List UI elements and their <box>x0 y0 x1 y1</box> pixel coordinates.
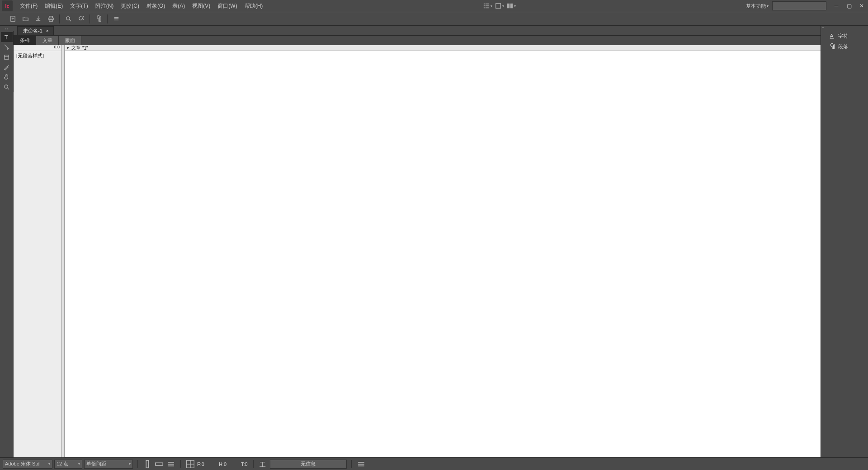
svg-rect-1 <box>486 4 489 5</box>
tracking-icon[interactable]: 工 <box>258 459 268 469</box>
story-header[interactable]: ▼ 文章 "1" <box>65 45 868 51</box>
workspace-selector[interactable]: 基本功能▾ <box>746 3 769 9</box>
menu-file[interactable]: 文件(F) <box>16 0 41 12</box>
font-size: 12 点 <box>57 461 68 467</box>
svg-text:T: T <box>5 34 8 41</box>
svg-point-24 <box>5 85 8 88</box>
info-text: 无信息 <box>301 461 316 467</box>
svg-line-25 <box>7 88 9 89</box>
panel-character-label: 字符 <box>838 33 848 39</box>
story-id: "1" <box>82 46 88 51</box>
print-icon[interactable] <box>45 13 57 25</box>
story-collapse-icon[interactable]: ▼ <box>66 46 70 50</box>
svg-rect-6 <box>495 4 500 9</box>
document-tab[interactable]: 未命名-1 × <box>17 26 54 35</box>
menu-more-icon[interactable] <box>110 13 122 25</box>
toolbar <box>0 12 868 26</box>
horizontal-text-icon[interactable] <box>154 459 164 469</box>
svg-rect-0 <box>484 4 486 5</box>
styles-panel: 0.0 [无段落样式] <box>14 45 62 457</box>
svg-rect-14 <box>49 19 52 21</box>
screen-mode-icon[interactable]: ▾ <box>494 0 505 11</box>
svg-rect-28 <box>146 460 149 468</box>
menu-edit[interactable]: 编辑(E) <box>41 0 66 12</box>
tab-close-icon[interactable]: × <box>46 28 49 33</box>
svg-text:A: A <box>830 33 834 38</box>
eyedropper-tool-icon[interactable] <box>1 62 13 72</box>
align-icon[interactable] <box>166 459 176 469</box>
paragraph-panel-icon <box>829 43 835 50</box>
status-bar: Adobe 宋体 Std▾ 12 点▾ 单倍间距▾ F:0 H:0 T:0 工 … <box>0 457 868 470</box>
panel-character[interactable]: A 字符 <box>826 30 868 41</box>
document-area: 未命名-1 × 条样 文章 版面 0.0 [无段落样式] ▼ 文章 "1" <box>14 26 868 457</box>
right-panel-handle[interactable]: •• <box>821 26 826 457</box>
svg-point-15 <box>66 17 70 20</box>
find-icon[interactable] <box>62 13 74 25</box>
document-tab-title: 未命名-1 <box>23 28 42 34</box>
character-icon: A <box>829 33 835 39</box>
leading-value: 单倍间距 <box>86 461 106 467</box>
svg-rect-7 <box>507 4 509 9</box>
h-value: H:0 <box>219 461 226 467</box>
open-file-icon[interactable] <box>19 13 31 25</box>
svg-text:工: 工 <box>259 461 265 468</box>
style-item-no-paragraph[interactable]: [无段落样式] <box>14 51 61 61</box>
search-input[interactable] <box>772 1 826 10</box>
view-options-icon[interactable]: ▾ <box>482 0 493 11</box>
arrange-icon[interactable]: ▾ <box>506 0 517 11</box>
status-more-icon[interactable] <box>356 459 366 469</box>
svg-rect-3 <box>486 5 489 6</box>
position-tool-icon[interactable] <box>1 52 13 62</box>
menu-table[interactable]: 表(A) <box>169 0 189 12</box>
grid-icon[interactable] <box>185 459 195 469</box>
tab-layout[interactable]: 版面 <box>59 36 81 45</box>
paragraph-icon[interactable] <box>93 13 104 25</box>
svg-rect-4 <box>484 8 486 9</box>
maximize-button[interactable]: ▢ <box>843 0 855 12</box>
svg-rect-22 <box>5 55 9 59</box>
tab-galley[interactable]: 条样 <box>14 36 36 45</box>
menu-help[interactable]: 帮助(H) <box>241 0 267 12</box>
type-tool-icon[interactable]: T <box>1 32 13 42</box>
menu-notes[interactable]: 附注(N) <box>92 0 118 12</box>
svg-rect-29 <box>156 463 163 465</box>
menu-view[interactable]: 视图(V) <box>189 0 214 12</box>
svg-line-16 <box>69 19 71 21</box>
vertical-text-icon[interactable] <box>142 459 152 469</box>
leading-selector[interactable]: 单倍间距▾ <box>84 460 133 469</box>
app-logo: Ic <box>2 0 13 11</box>
menu-window[interactable]: 窗口(W) <box>214 0 241 12</box>
styles-ruler-value: 0.0 <box>14 45 61 51</box>
close-button[interactable]: ✕ <box>855 0 868 12</box>
save-file-icon[interactable] <box>32 13 44 25</box>
svg-rect-5 <box>486 8 489 9</box>
note-tool-icon[interactable] <box>1 42 13 52</box>
text-canvas[interactable] <box>65 51 868 457</box>
menu-type[interactable]: 文字(T) <box>66 0 91 12</box>
info-field: 无信息 <box>270 460 347 469</box>
spellcheck-icon[interactable] <box>75 13 87 25</box>
left-toolbar: T <box>0 31 14 92</box>
hand-tool-icon[interactable] <box>1 72 13 82</box>
new-file-icon[interactable] <box>7 13 19 25</box>
svg-rect-8 <box>510 4 513 9</box>
zoom-tool-icon[interactable] <box>1 82 13 92</box>
f-value: F:0 <box>197 461 204 467</box>
toolbar-handle[interactable]: •• <box>0 26 14 31</box>
workspace-label: 基本功能 <box>746 3 766 9</box>
menu-changes[interactable]: 更改(C) <box>117 0 143 12</box>
right-panel: •• A 字符 段落 <box>821 26 868 457</box>
svg-rect-2 <box>484 5 486 6</box>
menu-object[interactable]: 对象(O) <box>143 0 169 12</box>
font-name: Adobe 宋体 Std <box>5 461 39 467</box>
main-area: •• T 未命名-1 × 条样 文章 版面 0.0 [无段落样式] <box>0 26 868 457</box>
document-tabs: 未命名-1 × <box>14 26 868 36</box>
t-value: T:0 <box>241 461 248 467</box>
minimize-button[interactable]: ─ <box>830 0 843 12</box>
font-size-selector[interactable]: 12 点▾ <box>54 460 82 469</box>
tab-story[interactable]: 文章 <box>36 36 59 45</box>
panel-paragraph[interactable]: 段落 <box>826 41 868 52</box>
font-selector[interactable]: Adobe 宋体 Std▾ <box>3 460 52 469</box>
view-mode-tabs: 条样 文章 版面 <box>14 36 868 45</box>
svg-point-17 <box>79 17 82 20</box>
